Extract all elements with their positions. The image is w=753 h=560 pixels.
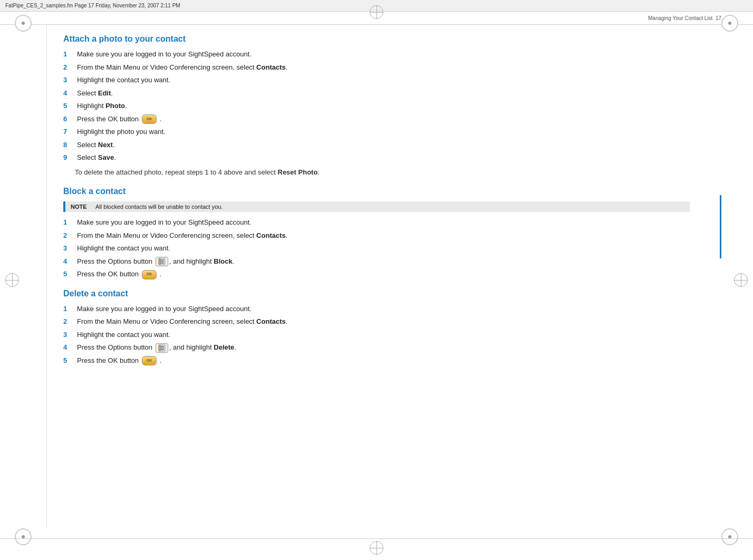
block-contact-section: Block a contact NOTE All blocked contact… bbox=[63, 187, 690, 279]
block-steps-list: 1 Make sure you are logged in to your Si… bbox=[63, 217, 690, 279]
block-step-3: 3 Highlight the contact you want. bbox=[63, 243, 690, 254]
attach-step-9: 9 Select Save. bbox=[63, 152, 690, 163]
cross-mark-bottom bbox=[370, 541, 383, 555]
file-info: FatPipe_CES_2_samples.fm Page 17 Friday,… bbox=[5, 3, 180, 8]
delete-contact-section: Delete a contact 1 Make sure you are log… bbox=[63, 289, 690, 366]
ok-button-icon-delete: OK bbox=[142, 356, 157, 365]
block-contact-title: Block a contact bbox=[63, 187, 690, 196]
reg-mark-br bbox=[721, 528, 738, 545]
main-content: Attach a photo to your contact 1 Make su… bbox=[63, 25, 690, 528]
delete-step-4: 4 Press the Options button , and highlig… bbox=[63, 342, 690, 353]
block-step-1: 1 Make sure you are logged in to your Si… bbox=[63, 217, 690, 228]
attach-step-1: 1 Make sure you are logged in to your Si… bbox=[63, 49, 690, 60]
svg-rect-4 bbox=[159, 258, 160, 265]
delete-steps-list: 1 Make sure you are logged in to your Si… bbox=[63, 304, 690, 366]
block-step-4: 4 Press the Options button , and highlig… bbox=[63, 256, 690, 267]
footer-line bbox=[0, 538, 753, 539]
block-step-2: 2 From the Main Menu or Video Conferenci… bbox=[63, 230, 690, 241]
delete-step-3: 3 Highlight the contact you want. bbox=[63, 330, 690, 340]
attach-photo-title: Attach a photo to your contact bbox=[63, 34, 690, 44]
delete-step-5: 5 Press the OK button OK . bbox=[63, 355, 690, 366]
reset-photo-note: To delete the attached photo, repeat ste… bbox=[75, 167, 690, 178]
reg-mark-tl bbox=[15, 15, 32, 32]
svg-rect-9 bbox=[159, 345, 160, 351]
attach-step-7: 7 Highlight the photo you want. bbox=[63, 127, 690, 137]
attach-steps-list: 1 Make sure you are logged in to your Si… bbox=[63, 49, 690, 163]
options-button-icon-delete bbox=[156, 343, 168, 353]
block-note-box: NOTE All blocked contacts will be unable… bbox=[63, 201, 690, 212]
cross-mark-right bbox=[734, 273, 748, 287]
note-text: All blocked contacts will be unable to c… bbox=[95, 204, 223, 210]
delete-step-2: 2 From the Main Menu or Video Conferenci… bbox=[63, 316, 690, 327]
options-button-icon-block bbox=[156, 257, 168, 266]
attach-step-4: 4 Select Edit. bbox=[63, 88, 690, 99]
attach-step-6: 6 Press the OK button OK . bbox=[63, 114, 690, 124]
ok-button-icon-block: OK bbox=[142, 270, 157, 279]
cross-mark-top bbox=[370, 5, 383, 19]
attach-step-5: 5 Highlight Photo. bbox=[63, 101, 690, 111]
delete-contact-title: Delete a contact bbox=[63, 289, 690, 298]
ok-button-icon-6: OK bbox=[142, 114, 157, 124]
note-label: NOTE bbox=[71, 204, 89, 210]
left-margin-line bbox=[46, 25, 47, 528]
reg-mark-tr bbox=[721, 15, 738, 32]
block-step-5: 5 Press the OK button OK . bbox=[63, 269, 690, 279]
attach-step-8: 8 Select Next. bbox=[63, 140, 690, 150]
attach-step-3: 3 Highlight the contact you want. bbox=[63, 75, 690, 85]
delete-step-1: 1 Make sure you are logged in to your Si… bbox=[63, 304, 690, 314]
cross-mark-left bbox=[5, 273, 19, 287]
right-side-bar bbox=[720, 195, 721, 258]
chapter-header: Managing Your Contact List 17 bbox=[648, 15, 721, 21]
reg-mark-bl bbox=[15, 528, 32, 545]
attach-step-2: 2 From the Main Menu or Video Conferenci… bbox=[63, 62, 690, 73]
attach-photo-section: Attach a photo to your contact 1 Make su… bbox=[63, 34, 690, 177]
